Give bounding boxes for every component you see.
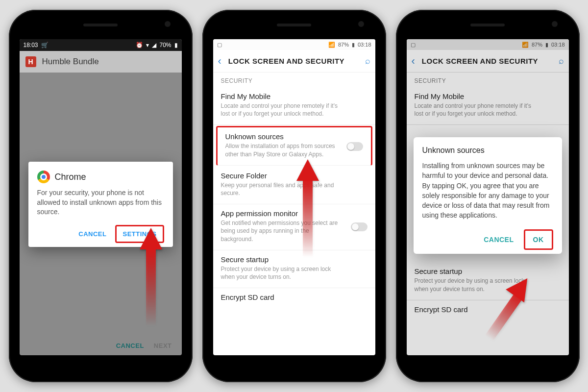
alarm-icon: ⏰ xyxy=(136,42,143,49)
section-header: SECURITY xyxy=(213,73,375,87)
install-blocked-dialog: Chrome For your security, your phone is … xyxy=(28,162,173,247)
back-button[interactable]: ‹ xyxy=(218,55,221,68)
wifi-icon: ▾ xyxy=(146,42,149,49)
setting-find-my-mobile[interactable]: Find My Mobile Locate and control your p… xyxy=(213,87,375,125)
app-bar: H Humble Bundle xyxy=(20,51,182,73)
app-title: Humble Bundle xyxy=(42,57,99,67)
dialog-body: For your security, your phone is not all… xyxy=(37,188,164,217)
screen-1: 18:03 🛒 ⏰ ▾ ◢ 70% ▮ H Humble Bundle Chro… xyxy=(20,39,182,355)
highlight-settings: SETTINGS xyxy=(115,225,164,243)
ok-button[interactable]: OK xyxy=(527,232,550,247)
phone-frame-2: ▢ 📶 87% ▮ 03:18 ‹ LOCK SCREEN AND SECURI… xyxy=(202,10,386,382)
bottom-next-button: NEXT xyxy=(154,342,172,349)
signal-icon: ◢ xyxy=(152,42,156,49)
search-icon[interactable]: ⌕ xyxy=(365,56,370,66)
bottom-actions: CANCEL NEXT xyxy=(116,342,172,349)
app-permission-toggle[interactable] xyxy=(351,222,368,231)
setting-encrypt-sd[interactable]: Encrypt SD card xyxy=(213,288,375,310)
status-bar: ▢ 📶 87% ▮ 03:18 xyxy=(213,39,375,50)
phone-frame-1: 18:03 🛒 ⏰ ▾ ◢ 70% ▮ H Humble Bundle Chro… xyxy=(9,10,193,382)
dialog-title: Unknown sources xyxy=(422,146,553,155)
clock: 18:03 xyxy=(24,42,38,49)
setting-secure-folder[interactable]: Secure Folder Keep your personal files a… xyxy=(213,167,375,204)
settings-button[interactable]: SETTINGS xyxy=(118,226,161,242)
status-bar: 18:03 🛒 ⏰ ▾ ◢ 70% ▮ xyxy=(20,39,182,51)
cancel-button[interactable]: CANCEL xyxy=(74,225,111,243)
setting-unknown-sources[interactable]: Unknown sources Allow the installation o… xyxy=(216,126,372,165)
screen-3: ▢ 📶 87% ▮ 03:18 ‹ LOCK SCREEN AND SECURI… xyxy=(407,39,569,355)
bottom-cancel-button[interactable]: CANCEL xyxy=(116,342,144,349)
battery-icon: ▮ xyxy=(174,42,178,49)
phone-frame-3: ▢ 📶 87% ▮ 03:18 ‹ LOCK SCREEN AND SECURI… xyxy=(396,10,580,382)
setting-secure-startup[interactable]: Secure startup Protect your device by us… xyxy=(213,250,375,288)
dialog-title: Chrome xyxy=(55,172,86,182)
screenshot-icon: ▢ xyxy=(217,42,222,48)
humble-bundle-icon: H xyxy=(25,56,36,67)
battery-icon: ▮ xyxy=(352,42,355,48)
clock: 03:18 xyxy=(358,42,371,48)
unknown-sources-toggle[interactable] xyxy=(346,142,363,151)
unknown-sources-dialog: Unknown sources Installing from unknown … xyxy=(414,137,562,254)
page-title: LOCK SCREEN AND SECURITY xyxy=(228,57,358,65)
cancel-button[interactable]: CANCEL xyxy=(478,229,519,250)
screen-2: ▢ 📶 87% ▮ 03:18 ‹ LOCK SCREEN AND SECURI… xyxy=(213,39,375,355)
setting-app-permission-monitor[interactable]: App permission monitor Get notified when… xyxy=(213,204,375,250)
battery-label: 87% xyxy=(338,42,349,48)
title-bar: ‹ LOCK SCREEN AND SECURITY ⌕ xyxy=(213,50,375,73)
cart-icon: 🛒 xyxy=(41,42,49,49)
signal-icon: 📶 xyxy=(328,42,335,48)
highlight-ok: OK xyxy=(524,229,553,250)
dialog-body: Installing from unknown sources may be h… xyxy=(422,161,553,220)
chrome-icon xyxy=(37,171,50,183)
battery-label: 70% xyxy=(159,42,171,49)
